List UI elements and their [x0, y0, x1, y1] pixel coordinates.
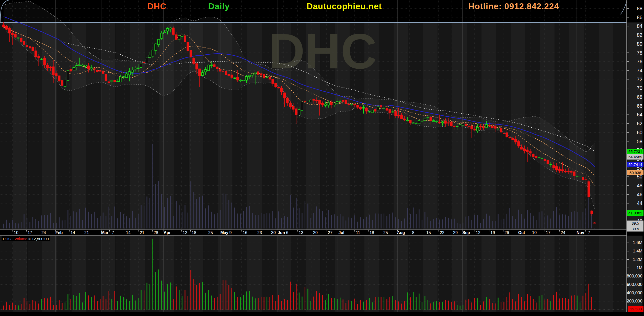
volume-bar: [307, 289, 308, 310]
volume-bar: [249, 291, 250, 310]
candlestick: [61, 80, 63, 86]
price-axis-label: 82: [628, 32, 642, 38]
overlay-volume-bar: [536, 220, 536, 228]
date-tick-label: 18: [192, 230, 196, 235]
candlestick: [354, 104, 356, 105]
volume-bar: [501, 302, 501, 310]
candlestick: [316, 100, 318, 101]
date-tickmark: [83, 230, 83, 232]
volume-bar: [50, 297, 51, 310]
date-tick-label: 7: [112, 230, 114, 235]
overlay-volume-bar: [73, 211, 74, 228]
date-tick-label: 15: [426, 230, 431, 235]
volume-bar: [196, 285, 197, 310]
volume-bar: [366, 300, 367, 310]
volume-bar: [509, 293, 510, 310]
price-axis-label: 44: [628, 200, 642, 206]
volume-bar: [512, 299, 513, 310]
overlay-volume-bar: [56, 223, 57, 228]
volume-bar: [202, 282, 203, 310]
candlestick: [421, 121, 423, 122]
candlestick: [506, 133, 508, 137]
volume-bar: [158, 270, 159, 310]
overlay-volume-bar: [296, 198, 296, 228]
volume-bar: [424, 296, 425, 310]
volume-bar: [91, 297, 92, 310]
candlestick: [485, 125, 487, 127]
overlay-volume-bar: [436, 218, 437, 228]
overlay-volume-bar: [460, 224, 461, 228]
candlestick: [193, 58, 195, 64]
candlestick: [228, 74, 230, 76]
candlestick: [84, 65, 86, 66]
volume-bar: [117, 301, 118, 310]
candlestick: [345, 100, 347, 103]
volume-bar: [12, 303, 13, 310]
candlestick: [131, 70, 133, 72]
candlestick: [497, 129, 499, 129]
overlay-volume-bar: [258, 215, 259, 228]
candlestick: [327, 103, 329, 105]
volume-bar: [474, 298, 475, 310]
volume-bar: [299, 293, 300, 310]
candlestick: [579, 176, 581, 177]
chart-canvas[interactable]: DHC: [0, 0, 644, 316]
candlestick: [339, 101, 341, 101]
overlay-volume-bar: [471, 220, 472, 228]
overlay-volume-bar: [284, 216, 285, 228]
overlay-volume-bar: [392, 213, 393, 228]
candlestick: [269, 77, 271, 79]
volume-bar: [507, 297, 507, 310]
session-stripe: [569, 22, 584, 230]
volume-bar: [363, 302, 364, 310]
overlay-volume-bar: [132, 211, 133, 228]
volume-bar: [152, 239, 153, 310]
volume-bar: [272, 295, 273, 310]
candlestick: [409, 120, 411, 123]
volume-bar: [150, 284, 150, 310]
overlay-volume-bar: [305, 201, 305, 228]
overlay-volume-bar: [237, 214, 238, 229]
overlay-volume-bar: [501, 220, 501, 228]
overlay-volume-bar: [3, 224, 4, 228]
date-tickmark: [284, 230, 284, 232]
date-tickmark: [425, 230, 425, 232]
volume-bar: [389, 297, 390, 310]
volume-bar: [436, 301, 437, 310]
candlestick: [529, 152, 531, 153]
candlestick: [535, 156, 537, 158]
candlestick: [5, 26, 7, 29]
price-axis-label: 86: [628, 15, 642, 20]
candlestick: [591, 211, 593, 213]
overlay-volume-bar: [261, 213, 261, 229]
volume-bar: [378, 297, 378, 310]
header-symbol: DHC: [147, 2, 167, 11]
date-tickmark: [152, 230, 153, 232]
price-axis-label: 62: [628, 121, 642, 127]
volume-bar: [492, 303, 493, 310]
volume-bar: [109, 291, 109, 310]
overlay-volume-bar: [360, 217, 361, 228]
header-site-link[interactable]: Dautucophieu.net: [307, 2, 382, 11]
overlay-volume-bar: [211, 212, 212, 228]
volume-bar: [56, 305, 57, 310]
overlay-volume-bar: [559, 215, 560, 228]
candlestick: [102, 71, 104, 74]
date-tick-label: 10: [532, 230, 537, 235]
overlay-volume-bar: [281, 218, 282, 228]
volume-bar: [76, 296, 77, 310]
candlestick: [403, 119, 405, 120]
candlestick: [292, 106, 294, 109]
date-tick-label: Aug: [397, 230, 405, 235]
overlay-volume-bar: [322, 211, 323, 228]
overlay-volume-bar: [170, 196, 171, 228]
candlestick: [231, 75, 233, 77]
candlestick: [582, 177, 584, 180]
candlestick: [564, 172, 566, 172]
volume-axis-label: 800,000: [626, 274, 642, 279]
volume-bar: [407, 293, 408, 310]
candlestick: [155, 44, 157, 51]
candlestick: [518, 142, 520, 146]
overlay-volume-bar: [234, 208, 235, 228]
candlestick: [474, 129, 476, 130]
